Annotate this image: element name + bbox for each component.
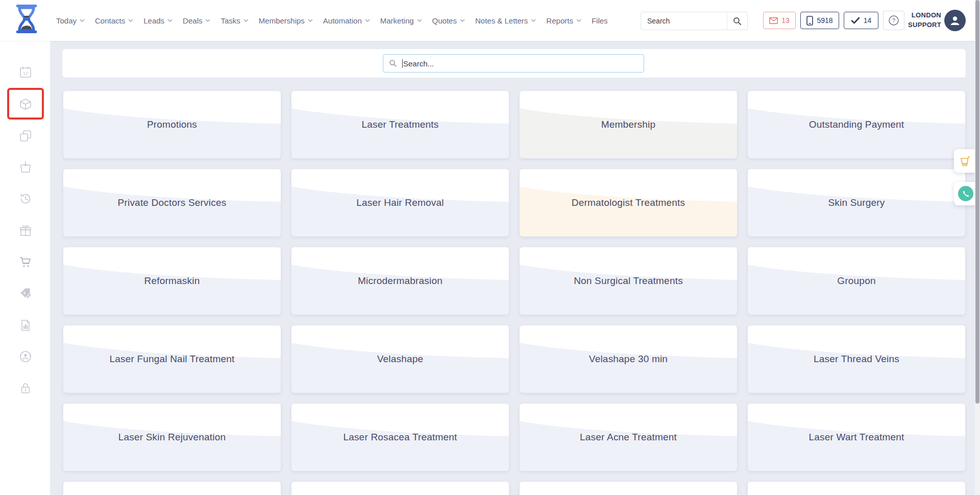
category-card-laser-skin-rejuvenation[interactable]: Laser Skin Rejuvenation: [63, 404, 281, 471]
category-grid: Promotions Laser Treatments Membership O…: [63, 91, 965, 495]
app-logo-hourglass-icon[interactable]: [12, 4, 41, 34]
category-label: Laser Wart Treatment: [748, 404, 965, 471]
global-search-input[interactable]: [641, 17, 727, 25]
floating-phone-button[interactable]: [954, 182, 977, 205]
app-window: Today Contacts Leads Deals Tasks Members…: [0, 0, 980, 495]
inbox-button[interactable]: 13: [763, 12, 796, 29]
sidebar-item-account-sync[interactable]: [19, 350, 32, 363]
sidebar-item-calendar[interactable]: 12: [19, 65, 32, 79]
category-card-reformaskin[interactable]: Reformaskin: [63, 247, 281, 315]
nav-item-notes-letters[interactable]: Notes & Letters: [475, 16, 536, 25]
category-card-partial[interactable]: [748, 482, 965, 495]
sidebar-item-history[interactable]: [19, 192, 32, 205]
chevron-down-icon: [365, 19, 370, 22]
nav-item-contacts[interactable]: Contacts: [95, 16, 133, 25]
nav-label: Leads: [143, 16, 164, 25]
sidebar-item-cart[interactable]: [19, 255, 32, 269]
category-card-skin-surgery[interactable]: Skin Surgery: [748, 169, 965, 237]
mail-icon: [769, 17, 778, 24]
category-card-laser-rosacea-treatment[interactable]: Laser Rosacea Treatment: [291, 404, 509, 471]
category-card-non-surgical-treatments[interactable]: Non Surgical Treatments: [520, 247, 737, 315]
category-label: Laser Fungal Nail Treatment: [63, 325, 281, 393]
nav-label: Automation: [323, 16, 362, 25]
scrollbar-track[interactable]: [975, 0, 980, 495]
calls-button[interactable]: 5918: [800, 12, 839, 29]
category-card-partial[interactable]: [63, 482, 281, 495]
category-card-membership[interactable]: Membership: [520, 91, 737, 158]
sidebar-item-report[interactable]: [19, 319, 32, 332]
sidebar-item-gift[interactable]: [19, 224, 32, 237]
nav-label: Memberships: [259, 16, 305, 25]
help-button[interactable]: ?: [883, 11, 904, 30]
nav-item-tasks[interactable]: Tasks: [220, 16, 248, 25]
sidebar-item-lock[interactable]: [19, 382, 32, 395]
sidebar-item-copy[interactable]: [19, 129, 32, 143]
user-name-line2: SUPPORT: [903, 20, 941, 30]
chevron-down-icon: [531, 19, 536, 22]
category-card-velashape-30-min[interactable]: Velashape 30 min: [520, 325, 737, 393]
global-search-button[interactable]: [727, 12, 747, 30]
card-wave-decoration: [291, 482, 509, 495]
category-label: Laser Treatments: [291, 91, 509, 158]
search-icon: [733, 17, 742, 26]
category-card-laser-wart-treatment[interactable]: Laser Wart Treatment: [748, 404, 965, 471]
category-label: Dermatologist Treatments: [520, 169, 737, 237]
svg-text:$: $: [23, 291, 26, 295]
category-label: Laser Skin Rejuvenation: [63, 404, 281, 471]
category-card-groupon[interactable]: Groupon: [748, 247, 965, 315]
category-card-laser-thread-veins[interactable]: Laser Thread Veins: [748, 325, 965, 393]
category-card-partial[interactable]: [291, 482, 509, 495]
category-card-partial[interactable]: [520, 482, 737, 495]
nav-label: Files: [592, 16, 608, 25]
category-card-laser-fungal-nail-treatment[interactable]: Laser Fungal Nail Treatment: [63, 325, 281, 393]
mobile-phone-icon: [806, 16, 813, 26]
scrollbar-thumb[interactable]: [975, 0, 979, 404]
top-bar: Today Contacts Leads Deals Tasks Members…: [0, 0, 980, 41]
category-card-outstanding-payment[interactable]: Outstanding Payment: [748, 91, 965, 158]
inbox-count: 13: [781, 16, 790, 25]
category-search-input[interactable]: [403, 59, 638, 68]
avatar[interactable]: [944, 10, 966, 31]
global-search: [641, 12, 748, 30]
sidebar-item-price-tag[interactable]: $: [19, 287, 32, 300]
category-card-velashape[interactable]: Velashape: [291, 325, 509, 393]
nav-item-automation[interactable]: Automation: [323, 16, 370, 25]
category-label: Laser Hair Removal: [291, 169, 509, 237]
sidebar-item-products-package[interactable]: [19, 98, 32, 111]
nav-label: Today: [56, 16, 77, 25]
category-card-promotions[interactable]: Promotions: [63, 91, 281, 158]
nav-label: Deals: [183, 16, 202, 25]
category-search-panel: [62, 49, 966, 78]
chevron-down-icon: [308, 19, 313, 22]
nav-item-reports[interactable]: Reports: [546, 16, 581, 25]
category-label: Non Surgical Treatments: [520, 247, 737, 315]
tasks-button[interactable]: 14: [844, 12, 878, 29]
category-card-laser-hair-removal[interactable]: Laser Hair Removal: [291, 169, 509, 237]
category-card-microdermabrasion[interactable]: Microdermabrasion: [291, 247, 509, 315]
chevron-down-icon: [128, 19, 133, 22]
category-card-laser-acne-treatment[interactable]: Laser Acne Treatment: [520, 404, 737, 471]
nav-item-files[interactable]: Files: [592, 16, 608, 25]
check-icon: [851, 17, 860, 24]
category-card-laser-treatments[interactable]: Laser Treatments: [291, 91, 509, 158]
question-circle-icon: ?: [888, 15, 899, 26]
nav-item-quotes[interactable]: Quotes: [432, 16, 465, 25]
nav-item-today[interactable]: Today: [56, 16, 85, 25]
user-name-line1: LONDON: [903, 11, 941, 20]
sidebar-item-shopping-bag[interactable]: [19, 160, 32, 174]
floating-cart-button[interactable]: [954, 149, 977, 173]
card-wave-decoration: [63, 482, 281, 495]
nav-item-marketing[interactable]: Marketing: [380, 16, 422, 25]
category-card-dermatologist-treatments[interactable]: Dermatologist Treatments: [520, 169, 737, 237]
nav-item-deals[interactable]: Deals: [183, 16, 210, 25]
category-label: Membership: [520, 91, 737, 158]
category-card-private-doctors-services[interactable]: Private Doctors Services: [63, 169, 281, 237]
nav-label: Marketing: [380, 16, 414, 25]
nav-item-memberships[interactable]: Memberships: [259, 16, 313, 25]
category-label: Promotions: [63, 91, 281, 158]
user-name: LONDON SUPPORT: [903, 11, 941, 30]
category-label: Groupon: [748, 247, 965, 315]
nav-item-leads[interactable]: Leads: [143, 16, 173, 25]
chevron-down-icon: [80, 19, 85, 22]
category-label: Private Doctors Services: [63, 169, 281, 237]
